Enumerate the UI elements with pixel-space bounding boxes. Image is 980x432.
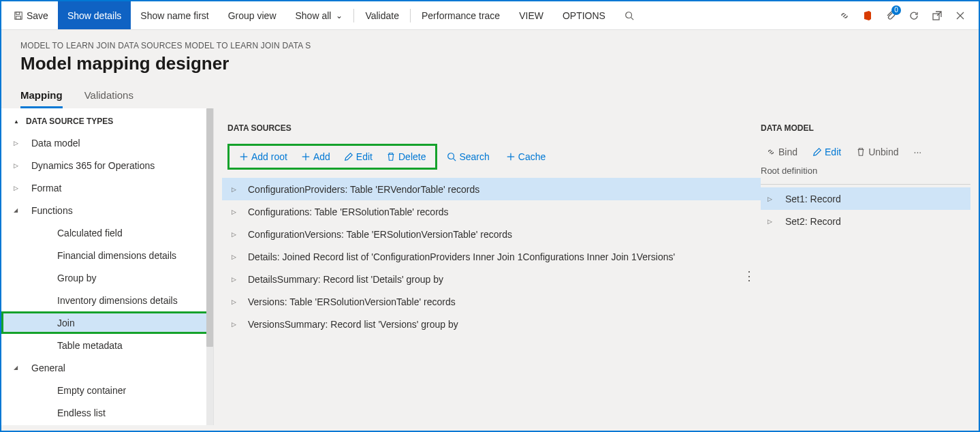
group-view-button[interactable]: Group view [219,1,286,29]
page-header: MODEL TO LEARN JOIN DATA SOURCES MODEL T… [1,30,979,80]
popout-icon[interactable] [931,10,943,22]
tree-item[interactable]: ▷Endless list [1,401,213,424]
link-icon[interactable] [838,10,851,22]
add-button[interactable]: Add [294,147,337,166]
data-source-types-heading[interactable]: DATA SOURCE TYPES [1,108,213,132]
data-source-row[interactable]: ▷Versions: Table 'ERSolutionVersionTable… [222,290,761,313]
data-source-label: VersionsSummary: Record list 'Versions' … [248,319,458,330]
tree-item[interactable]: ▷Dynamics 365 for Operations [1,154,213,176]
office-icon[interactable] [862,10,874,22]
delete-button[interactable]: Delete [379,147,432,166]
edit-button[interactable]: Edit [337,147,379,166]
data-source-row[interactable]: ▷ConfigurationProviders: Table 'ERVendor… [222,178,761,200]
data-sources-panel: DATA SOURCES Add root Add Edit Delete [214,108,761,425]
caret-right-icon: ▷ [768,196,774,202]
data-sources-heading: DATA SOURCES [222,115,761,138]
data-model-toolbar: Bind Edit Unbind ··· [761,144,970,160]
more-button[interactable]: ··· [908,144,928,160]
data-source-row[interactable]: ▷DetailsSummary: Record list 'Details' g… [222,268,761,290]
add-root-button[interactable]: Add root [232,147,294,166]
tree-item[interactable]: ▷Financial dimensions details [1,244,213,266]
main-layout: DATA SOURCE TYPES ▷Data model▷Dynamics 3… [1,108,979,425]
data-source-row[interactable]: ▷Details: Joined Record list of 'Configu… [222,245,761,268]
tree-item[interactable]: ▷Group by [1,266,213,289]
show-details-button[interactable]: Show details [58,1,131,29]
tree-item-label: Endless list [57,407,106,418]
data-source-label: Details: Joined Record list of 'Configur… [248,251,675,262]
tree-item[interactable]: ◢General [1,356,213,379]
data-source-label: DetailsSummary: Record list 'Details' gr… [248,274,443,285]
tree-item[interactable]: ▷Data model [1,132,213,154]
plus-icon [239,152,249,161]
caret-right-icon: ▷ [14,162,20,169]
tree-item[interactable]: ▷Inventory dimensions details [1,289,213,311]
tree-item[interactable]: ▷Join [1,311,213,334]
data-source-types-tree: ▷Data model▷Dynamics 365 for Operations▷… [1,132,213,424]
plus-icon [301,152,311,161]
view-button[interactable]: VIEW [509,1,553,29]
save-icon [14,11,23,20]
options-button[interactable]: OPTIONS [553,1,615,29]
svg-line-13 [454,159,456,161]
tree-item[interactable]: ▷Calculated field [1,221,213,244]
divider [761,184,970,185]
tree-item-label: Join [57,318,75,328]
pencil-icon [344,152,353,161]
edit-button[interactable]: Edit [807,144,847,160]
refresh-icon[interactable] [908,10,920,22]
data-model-row[interactable]: ▷Set1: Record [761,187,970,210]
root-definition-label: Root definition [761,166,970,176]
caret-right-icon: ▷ [232,276,238,283]
data-model-row[interactable]: ▷Set2: Record [761,210,970,232]
validate-button[interactable]: Validate [355,1,409,29]
unbind-button[interactable]: Unbind [851,144,904,160]
data-source-row[interactable]: ▷VersionsSummary: Record list 'Versions'… [222,313,761,335]
caret-right-icon: ▷ [232,231,238,238]
tree-item-label: Data model [31,138,80,149]
caret-right-icon: ▷ [14,185,20,191]
toolbar-divider [353,9,354,22]
page-title: Model mapping designer [20,53,960,74]
caret-right-icon: ▷ [232,321,238,328]
show-name-first-button[interactable]: Show name first [131,1,218,29]
tree-item[interactable]: ▷Table metadata [1,334,213,356]
caret-right-icon: ▷ [232,253,238,260]
tree-item-label: Format [31,183,61,194]
tree-item-label: Dynamics 365 for Operations [31,160,155,171]
tree-item-label: Group by [57,273,97,283]
data-model-label: Set1: Record [785,194,841,204]
tab-validations[interactable]: Validations [84,89,133,108]
tree-item-label: Inventory dimensions details [57,295,178,306]
data-model-list: ▷Set1: Record▷Set2: Record [761,187,970,232]
bind-button[interactable]: Bind [761,144,803,160]
data-source-row[interactable]: ▷Configurations: Table 'ERSolutionTable'… [222,200,761,223]
tree-item[interactable]: ◢Functions [1,199,213,221]
attachments-icon[interactable] [885,10,897,22]
svg-rect-2 [16,16,21,18]
cache-button[interactable]: Cache [499,147,552,166]
tree-item-label: Financial dimensions details [57,250,176,261]
data-source-label: Configurations: Table 'ERSolutionTable' … [248,206,449,217]
tree-item-label: General [31,362,65,373]
tree-item[interactable]: ▷Empty container [1,379,213,401]
caret-right-icon: ▷ [768,218,774,225]
tab-mapping[interactable]: Mapping [20,89,63,108]
data-source-label: ConfigurationProviders: Table 'ERVendorT… [248,184,479,195]
tree-item-label: Calculated field [57,228,123,238]
tabs: Mapping Validations [1,89,979,108]
svg-rect-1 [16,12,20,14]
data-source-label: Versions: Table 'ERSolutionVersionTable'… [248,296,456,307]
overflow-menu-icon[interactable]: ⋮ [740,266,758,286]
close-icon[interactable] [954,10,966,22]
tree-item[interactable]: ▷Format [1,176,213,199]
show-all-dropdown[interactable]: Show all [286,1,353,29]
search-toolbar-button[interactable] [615,1,644,29]
data-model-label: Set2: Record [785,216,841,227]
toolbar-divider [410,9,411,22]
highlighted-actions: Add root Add Edit Delete [227,144,437,170]
data-source-row[interactable]: ▷ConfigurationVersions: Table 'ERSolutio… [222,223,761,245]
save-button[interactable]: Save [4,1,58,29]
search-button[interactable]: Search [440,147,496,166]
scrollbar[interactable] [206,108,213,425]
performance-trace-button[interactable]: Performance trace [412,1,509,29]
